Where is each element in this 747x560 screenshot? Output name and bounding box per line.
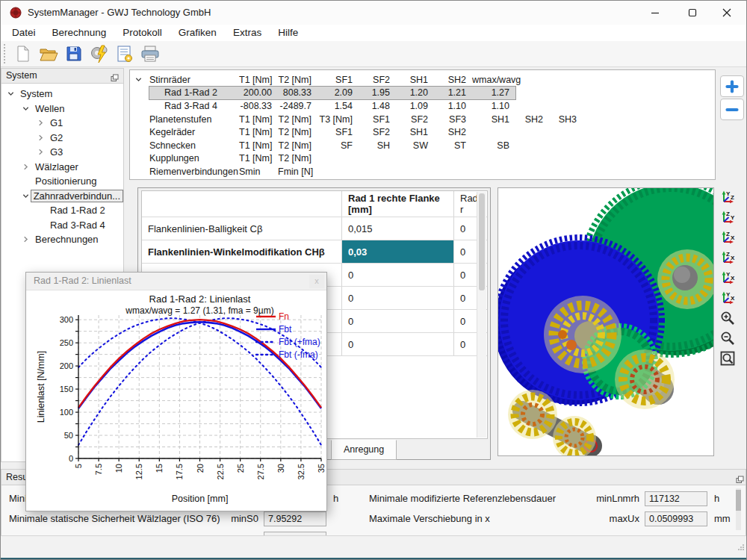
mod-table-scrollbar[interactable] (477, 192, 486, 438)
resize-grip-icon[interactable] (737, 541, 745, 554)
toolbar-drag-handle[interactable] (4, 44, 8, 63)
svg-text:12.5: 12.5 (134, 464, 143, 479)
overview-cell: 808.33 (278, 87, 317, 98)
overview-row-4[interactable]: KegelräderT1 [Nm]T2 [Nm]SF1SF2SH1SH2 (130, 125, 715, 139)
overview-cell: SH1 (472, 114, 515, 125)
view-zx-icon[interactable]: ZX (718, 228, 737, 246)
report-icon[interactable] (114, 43, 135, 64)
linienlast-chart-window[interactable]: Rad 1-Rad 2: Linienlast x Rad 1-Rad 2: L… (25, 272, 327, 511)
overview-row-0[interactable]: StirnräderT1 [Nm]T2 [Nm]SF1SF2SH1SH2wmax… (130, 73, 715, 87)
tree-toggle-icon[interactable] (37, 119, 50, 126)
overview-cell: Fmin [N] (278, 167, 317, 177)
result-row-left-1: Minimale statische Sicherheit Wälzlager … (9, 508, 353, 529)
menu-protokoll[interactable]: Protokoll (114, 25, 170, 41)
mod-header-empty (142, 191, 341, 217)
overview-cell: 1.09 (396, 101, 434, 111)
overview-row-label: Rad 3-Rad 4 (149, 101, 239, 111)
overview-cell: SH1 (396, 127, 434, 137)
menu-bar: DateiBerechnungProtokollGrafikenExtrasHi… (1, 25, 746, 41)
tree-item-rad-1-rad-2[interactable]: Rad 1-Rad 2 (1, 203, 123, 218)
tree-toggle-icon[interactable] (22, 193, 31, 199)
view-zy-icon[interactable]: ZY (718, 208, 737, 226)
tree-item-g1[interactable]: G1 (1, 116, 123, 131)
svg-text:100: 100 (60, 408, 73, 417)
overview-cell: SF2 (396, 114, 434, 125)
overview-cell: T1 [Nm] (239, 153, 278, 164)
tree-item-label: G2 (50, 132, 63, 143)
menu-grafiken[interactable]: Grafiken (170, 25, 225, 41)
overview-toggle-icon[interactable] (130, 76, 149, 83)
chart-window-titlebar[interactable]: Rad 1-Rad 2: Linienlast x (26, 273, 326, 290)
overview-cell: ST (434, 140, 472, 151)
tree-toggle-icon[interactable] (7, 90, 20, 97)
gear-3d-view[interactable] (498, 187, 714, 456)
tab-anregung[interactable]: Anregung (331, 440, 397, 460)
mod-scrollbar-thumb[interactable] (479, 193, 485, 290)
linienlast-chart: Rad 1-Rad 2: Linienlastwmax/wavg = 1.27 … (26, 290, 326, 511)
overview-cell: 2.09 (317, 87, 359, 98)
overview-row-1[interactable]: Rad 1-Rad 2200.00808.332.091.951.201.211… (130, 87, 715, 100)
zoom-in-icon[interactable] (718, 308, 737, 327)
overview-row-5[interactable]: SchneckenT1 [Nm]T2 [Nm]SFSHSWSTSB (130, 139, 715, 152)
overview-row-2[interactable]: Rad 3-Rad 4-808.33-2489.71.541.481.091.1… (130, 99, 715, 113)
menu-extras[interactable]: Extras (225, 25, 270, 41)
view-yx-icon[interactable]: YX (718, 268, 737, 287)
overview-row-body: KegelräderT1 [Nm]T2 [Nm]SF1SF2SH1SH2 (149, 125, 472, 139)
close-button[interactable] (710, 1, 743, 25)
mod-cell-r2-c1[interactable]: 0 (341, 264, 453, 286)
zoom-fit-icon[interactable] (718, 349, 737, 367)
results-scrollbar-thumb[interactable] (736, 490, 741, 511)
view-yx-icon[interactable]: YX (718, 288, 737, 307)
zoom-out-icon[interactable] (718, 329, 737, 347)
tree-item-system[interactable]: System (1, 87, 123, 102)
overview-cell: 1.48 (359, 101, 396, 111)
mod-cell-r5-c1[interactable]: 0 (341, 333, 453, 355)
mod-cell-r4-c1[interactable]: 0 (341, 310, 453, 332)
new-file-icon[interactable] (13, 43, 34, 64)
menu-datei[interactable]: Datei (4, 25, 44, 41)
chart-window-close-icon[interactable]: x (309, 275, 324, 288)
maximize-button[interactable] (675, 1, 709, 25)
svg-text:X: X (731, 274, 735, 281)
mod-header-col2[interactable]: Rad 1 rechte Flanke [mm] (341, 191, 453, 217)
tree-toggle-icon[interactable] (22, 164, 35, 170)
tree-toggle-icon[interactable] (22, 105, 35, 112)
tree-item-w-lzlager[interactable]: Wälzlager (1, 160, 123, 175)
tree-toggle-icon[interactable] (22, 236, 35, 243)
mod-cell-r0-c1[interactable]: 0,015 (341, 217, 453, 240)
result-symbol: minS0 (231, 513, 258, 524)
menu-hilfe[interactable]: Hilfe (270, 25, 306, 41)
tree-toggle-icon[interactable] (37, 149, 50, 155)
tree-item-zahnradverbindun-[interactable]: Zahnradverbindun... (1, 189, 123, 204)
tree-item-g2[interactable]: G2 (1, 131, 123, 146)
gear-3d-scene (498, 188, 713, 455)
overview-row-6[interactable]: KupplungenT1 [Nm]T2 [Nm] (130, 152, 715, 166)
calculate-icon[interactable] (89, 43, 110, 64)
tree-item-wellen[interactable]: Wellen (1, 102, 123, 116)
view-zx-icon[interactable]: ZX (718, 248, 737, 267)
remove-button[interactable] (720, 99, 744, 120)
overview-cell: T1 [Nm] (239, 114, 278, 125)
tree-item-g3[interactable]: G3 (1, 145, 123, 160)
add-button[interactable] (720, 75, 744, 97)
minimize-button[interactable] (638, 1, 672, 25)
mod-cell-r3-c1[interactable]: 0 (341, 287, 453, 309)
results-scrollbar[interactable] (736, 488, 741, 530)
svg-text:50: 50 (64, 431, 73, 440)
open-file-icon[interactable] (38, 43, 59, 64)
tree-toggle-icon[interactable] (37, 134, 50, 141)
tree-item-rad-3-rad-4[interactable]: Rad 3-Rad 4 (1, 218, 123, 233)
tree-item-positionierung[interactable]: Positionierung (1, 174, 123, 189)
menu-berechnung[interactable]: Berechnung (44, 25, 115, 41)
view-yz-icon[interactable]: YZ (718, 187, 737, 206)
result-symbol: minLnmrh (596, 493, 639, 504)
print-icon[interactable] (140, 43, 161, 64)
overview-cell: T2 [Nm] (278, 75, 317, 85)
tree-item-berechnungen[interactable]: Berechnungen (1, 232, 123, 247)
overview-row-7[interactable]: RiemenverbindungenSminFmin [N] (130, 165, 715, 178)
mod-cell-r1-c1[interactable]: 0,03 (341, 240, 453, 263)
overview-row-3[interactable]: PlanetenstufenT1 [Nm]T2 [Nm]T3 [Nm]SF1SF… (130, 113, 715, 126)
mod-table-header-row: Rad 1 rechte Flanke [mm] Rad 2 r (142, 191, 487, 217)
bearing-right (615, 349, 675, 409)
save-file-icon[interactable] (63, 43, 84, 64)
